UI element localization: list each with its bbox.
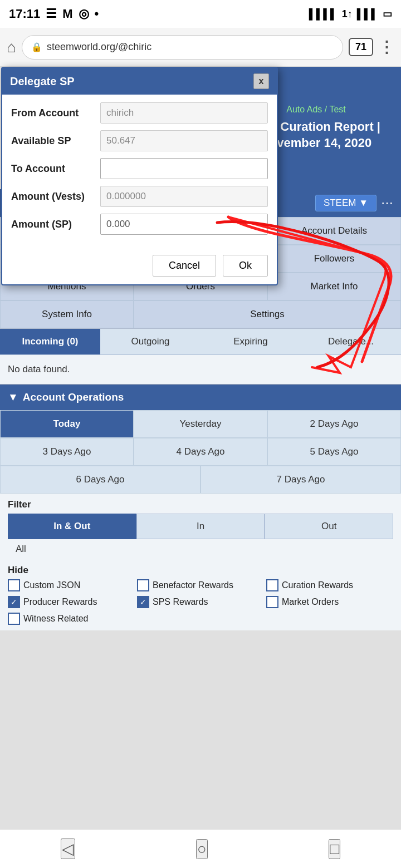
- hide-curation-rewards[interactable]: Curation Rewards: [266, 579, 393, 591]
- checkbox-grid: Custom JSON Benefactor Rewards Curation …: [8, 579, 393, 625]
- day-7-days-ago[interactable]: 7 Days Ago: [200, 466, 401, 494]
- lock-icon: 🔒: [31, 42, 42, 52]
- nav-system-info[interactable]: System Info: [0, 300, 134, 328]
- modal-overlay: Delegate SP x From Account Available SP …: [0, 67, 401, 285]
- producer-rewards-label: Producer Rewards: [23, 597, 97, 607]
- filter-section: Filter In & Out In Out All: [0, 494, 401, 560]
- from-account-label: From Account: [11, 107, 100, 119]
- available-sp-row: Available SP: [11, 130, 268, 151]
- modal-footer: Cancel Ok: [2, 249, 277, 284]
- amount-sp-label: Amount (SP): [11, 219, 100, 230]
- custom-json-checkbox[interactable]: [8, 579, 20, 591]
- url-text: steemworld.org/@chiric: [47, 41, 151, 53]
- recents-button[interactable]: □: [329, 839, 340, 859]
- status-time: 17:11: [9, 7, 40, 21]
- nav-settings[interactable]: Settings: [134, 300, 401, 328]
- to-account-input[interactable]: [100, 158, 268, 179]
- modal-title: Delegate SP: [10, 75, 75, 88]
- day-3-days-ago[interactable]: 3 Days Ago: [0, 438, 134, 466]
- hide-custom-json[interactable]: Custom JSON: [8, 579, 135, 591]
- modal-header: Delegate SP x: [2, 68, 277, 95]
- home-icon[interactable]: ⌂: [7, 38, 16, 56]
- witness-related-checkbox[interactable]: [8, 613, 20, 625]
- amount-sp-row: Amount (SP): [11, 214, 268, 235]
- bottom-nav: ◁ ○ □: [0, 829, 401, 868]
- status-gmail-icon: M: [62, 7, 72, 21]
- hide-label: Hide: [8, 565, 393, 576]
- cancel-button[interactable]: Cancel: [153, 255, 216, 277]
- more-icon[interactable]: ⋮: [379, 38, 394, 56]
- filter-in[interactable]: In: [136, 514, 265, 539]
- days-grid: Today Yesterday 2 Days Ago 3 Days Ago 4 …: [0, 410, 401, 466]
- benefactor-rewards-checkbox[interactable]: [137, 579, 149, 591]
- ok-button[interactable]: Ok: [223, 255, 268, 277]
- account-operations-header: ▼ Account Operations: [0, 384, 401, 410]
- tab-delegate[interactable]: Delegate...: [301, 329, 401, 354]
- sps-rewards-label: SPS Rewards: [153, 597, 208, 607]
- signal2-icon: ▌▌▌: [357, 8, 378, 20]
- home-button[interactable]: ○: [196, 839, 208, 859]
- to-account-label: To Account: [11, 163, 100, 175]
- tab-incoming[interactable]: Incoming (0): [0, 329, 100, 354]
- market-orders-checkbox[interactable]: [266, 596, 278, 608]
- producer-rewards-checkbox[interactable]: [8, 596, 20, 608]
- available-sp-label: Available SP: [11, 135, 100, 147]
- modal-body: From Account Available SP To Account Amo…: [2, 95, 277, 249]
- hide-section: Hide Custom JSON Benefactor Rewards Cura…: [0, 560, 401, 630]
- hide-witness-related[interactable]: Witness Related: [8, 613, 135, 625]
- from-account-row: From Account: [11, 102, 268, 124]
- day-4-days-ago[interactable]: 4 Days Ago: [134, 438, 267, 466]
- market-orders-label: Market Orders: [282, 597, 339, 607]
- no-data-message: No data found.: [0, 355, 401, 384]
- browser-bar: ⌂ 🔒 steemworld.org/@chiric 71 ⋮: [0, 28, 401, 67]
- filter-buttons: In & Out In Out: [8, 514, 393, 539]
- status-bar: 17:11 ☰ M ◎ • ▌▌▌▌ 1↑ ▌▌▌ ▭: [0, 0, 401, 28]
- back-button[interactable]: ◁: [61, 839, 75, 859]
- tab-outgoing[interactable]: Outgoing: [100, 329, 200, 354]
- to-account-row: To Account: [11, 158, 268, 179]
- battery-icon: ▭: [383, 8, 392, 20]
- witness-related-label: Witness Related: [23, 614, 89, 624]
- hide-market-orders[interactable]: Market Orders: [266, 596, 393, 608]
- day-today[interactable]: Today: [0, 410, 134, 438]
- amount-vests-input[interactable]: [100, 186, 268, 207]
- filter-all-label: All: [8, 539, 393, 559]
- status-dot: •: [95, 7, 99, 21]
- day-6-days-ago[interactable]: 6 Days Ago: [0, 466, 200, 494]
- from-account-input: [100, 102, 268, 124]
- amount-sp-input[interactable]: [100, 214, 268, 235]
- tab-count[interactable]: 71: [349, 38, 373, 56]
- status-msg-icon: ☰: [46, 7, 57, 21]
- day-5-days-ago[interactable]: 5 Days Ago: [267, 438, 401, 466]
- filter-label: Filter: [8, 499, 393, 510]
- delegation-tabs: Incoming (0) Outgoing Expiring Delegate.…: [0, 329, 401, 355]
- day-yesterday[interactable]: Yesterday: [134, 410, 267, 438]
- amount-vests-row: Amount (Vests): [11, 186, 268, 207]
- modal-close-button[interactable]: x: [253, 73, 269, 89]
- url-bar[interactable]: 🔒 steemworld.org/@chiric: [22, 35, 343, 60]
- amount-vests-label: Amount (Vests): [11, 191, 100, 203]
- available-sp-input: [100, 130, 268, 151]
- benefactor-rewards-label: Benefactor Rewards: [153, 580, 233, 590]
- hide-producer-rewards[interactable]: Producer Rewards: [8, 596, 135, 608]
- hide-sps-rewards[interactable]: SPS Rewards: [137, 596, 264, 608]
- hide-benefactor-rewards[interactable]: Benefactor Rewards: [137, 579, 264, 591]
- delegate-sp-modal: Delegate SP x From Account Available SP …: [1, 67, 278, 285]
- curation-rewards-checkbox[interactable]: [266, 579, 278, 591]
- curation-rewards-label: Curation Rewards: [282, 580, 353, 590]
- signal-icon: ▌▌▌▌: [309, 8, 338, 20]
- tab-expiring[interactable]: Expiring: [200, 329, 301, 354]
- section-arrow-icon: ▼: [8, 391, 18, 403]
- network-type: 1↑: [342, 8, 353, 20]
- filter-out[interactable]: Out: [265, 514, 393, 539]
- day-2-days-ago[interactable]: 2 Days Ago: [267, 410, 401, 438]
- days-grid-2: 6 Days Ago 7 Days Ago: [0, 466, 401, 494]
- status-chat-icon: ◎: [79, 7, 89, 21]
- custom-json-label: Custom JSON: [23, 580, 80, 590]
- section-title: Account Operations: [23, 391, 124, 403]
- sps-rewards-checkbox[interactable]: [137, 596, 149, 608]
- filter-in-out[interactable]: In & Out: [8, 514, 136, 539]
